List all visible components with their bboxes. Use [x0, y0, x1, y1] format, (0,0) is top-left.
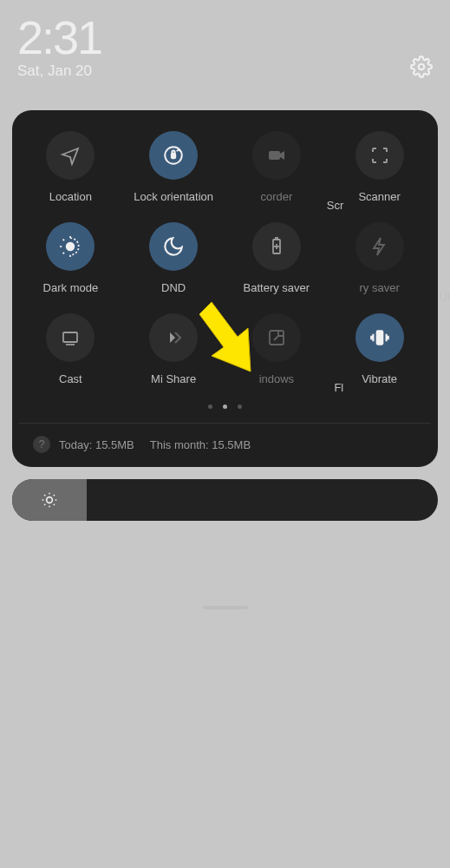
page-dot[interactable]: [208, 404, 212, 409]
sun-icon: [41, 491, 58, 509]
recorder-icon: [252, 131, 301, 180]
tile-label: DND: [161, 281, 186, 294]
tile-dark-mode[interactable]: Dark mode: [19, 222, 122, 294]
svg-line-39: [44, 504, 45, 505]
svg-point-18: [67, 243, 75, 251]
help-icon: ?: [33, 436, 50, 453]
tile-label: corder: [260, 190, 292, 203]
tile-scanner[interactable]: Scanner: [328, 131, 431, 203]
brightness-level: [12, 479, 87, 521]
svg-point-32: [47, 497, 53, 503]
tile-floating-windows[interactable]: indows Fl: [225, 313, 329, 385]
data-usage-today: Today: 15.5MB: [59, 438, 134, 451]
settings-button[interactable]: [410, 56, 433, 78]
tile-mi-share[interactable]: Mi Share: [122, 313, 225, 385]
tile-label: Scanner: [358, 190, 400, 203]
mi-share-icon: [149, 313, 198, 362]
dnd-icon: [149, 222, 198, 271]
dark-mode-icon: [46, 222, 95, 271]
tile-label: Dark mode: [43, 281, 99, 294]
svg-line-21: [63, 240, 65, 241]
data-usage-row[interactable]: ? Today: 15.5MB This month: 15.5MB: [19, 423, 431, 453]
tile-label: ry saver: [360, 281, 400, 294]
clock-date: Sat, Jan 20: [17, 62, 433, 80]
tile-label: Cast: [59, 372, 82, 385]
tile-battery-saver[interactable]: Battery saver: [225, 222, 329, 294]
svg-line-23: [63, 253, 65, 254]
tile-recorder[interactable]: corder Scr: [225, 131, 329, 203]
clock-time: 2:31: [17, 10, 433, 64]
notification-header: 2:31 Sat, Jan 20: [0, 0, 450, 80]
scanner-icon: [355, 131, 404, 180]
tiles-grid: Location Lock orientation corder Scr Sca…: [19, 131, 431, 385]
tile-label: Battery saver: [244, 281, 310, 294]
page-dot[interactable]: [238, 404, 242, 409]
battery-saver-icon: [252, 222, 301, 271]
svg-point-0: [419, 64, 425, 70]
svg-rect-17: [269, 151, 280, 160]
drag-handle[interactable]: [203, 606, 248, 609]
lock-orientation-icon: [149, 131, 198, 180]
brightness-slider[interactable]: [12, 479, 438, 521]
tile-label: Location: [49, 190, 92, 203]
tile-lock-orientation[interactable]: Lock orientation: [122, 131, 225, 203]
windows-icon: [252, 313, 301, 362]
bolt-icon: [355, 222, 404, 271]
svg-rect-28: [63, 332, 77, 342]
tile-label: Mi Share: [151, 372, 196, 385]
svg-rect-31: [376, 331, 382, 344]
svg-line-36: [54, 504, 55, 505]
data-usage-month: This month: 15.5MB: [150, 438, 251, 451]
tile-label: Lock orientation: [134, 190, 213, 203]
tile-label: indows: [259, 372, 294, 385]
tile-label: Vibrate: [362, 372, 397, 385]
quick-settings-panel: Location Lock orientation corder Scr Sca…: [12, 110, 438, 467]
tile-dnd[interactable]: DND: [122, 222, 225, 294]
location-icon: [46, 131, 95, 180]
page-indicator: [19, 404, 431, 409]
tile-cast[interactable]: Cast: [19, 313, 122, 385]
vibrate-icon: [355, 313, 404, 362]
page-dot[interactable]: [223, 404, 227, 409]
svg-rect-16: [172, 154, 175, 158]
tile-location[interactable]: Location: [19, 131, 122, 203]
partial-label: Ul: [440, 290, 450, 303]
svg-line-40: [54, 495, 55, 496]
cast-icon: [46, 313, 95, 362]
tile-super-battery-saver[interactable]: ry saver Ul: [328, 222, 431, 294]
svg-line-35: [44, 495, 45, 496]
tile-vibrate[interactable]: Vibrate: [328, 313, 431, 385]
